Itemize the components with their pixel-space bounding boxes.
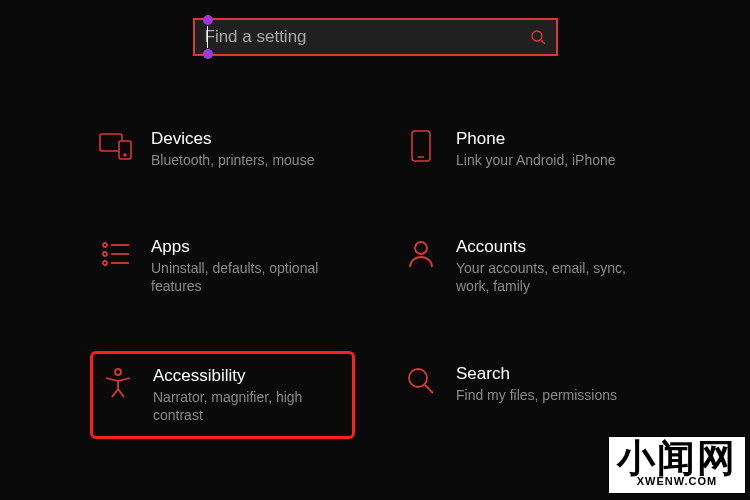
tile-title: Apps (151, 237, 346, 257)
accessibility-icon (101, 366, 135, 400)
tile-title: Devices (151, 129, 346, 149)
svg-point-15 (409, 369, 427, 387)
tile-text: Phone Link your Android, iPhone (456, 129, 651, 169)
svg-point-9 (103, 252, 107, 256)
tile-title: Phone (456, 129, 651, 149)
svg-point-14 (115, 369, 121, 375)
search-input[interactable] (205, 27, 530, 47)
selection-handle-top (203, 15, 213, 25)
tile-text: Search Find my files, permissions (456, 364, 651, 404)
svg-point-13 (415, 242, 427, 254)
tile-text: Apps Uninstall, defaults, optional featu… (151, 237, 346, 295)
svg-point-11 (103, 261, 107, 265)
apps-icon (99, 237, 133, 271)
tile-accessibility[interactable]: Accessibility Narrator, magnifier, high … (90, 351, 355, 439)
search-bar-container (0, 0, 750, 56)
tile-phone[interactable]: Phone Link your Android, iPhone (395, 116, 660, 182)
watermark-main: 小闻网 (617, 439, 737, 477)
tile-text: Accounts Your accounts, email, sync, wor… (456, 237, 651, 295)
search-icon[interactable] (530, 29, 546, 45)
svg-point-0 (532, 31, 542, 41)
tile-subtitle: Link your Android, iPhone (456, 151, 651, 169)
tile-subtitle: Narrator, magnifier, high contrast (153, 388, 344, 424)
svg-line-1 (541, 40, 545, 44)
watermark: 小闻网 XWENW.COM (608, 436, 746, 494)
search-box[interactable] (193, 18, 558, 56)
svg-point-4 (124, 154, 126, 156)
devices-icon (99, 129, 133, 163)
tile-apps[interactable]: Apps Uninstall, defaults, optional featu… (90, 224, 355, 308)
tile-accounts[interactable]: Accounts Your accounts, email, sync, wor… (395, 224, 660, 308)
tile-text: Devices Bluetooth, printers, mouse (151, 129, 346, 169)
tile-text: Accessibility Narrator, magnifier, high … (153, 366, 344, 424)
tile-subtitle: Bluetooth, printers, mouse (151, 151, 346, 169)
svg-line-16 (425, 385, 433, 393)
tile-title: Search (456, 364, 651, 384)
text-cursor (207, 26, 208, 48)
search-tile-icon (404, 364, 438, 398)
tile-devices[interactable]: Devices Bluetooth, printers, mouse (90, 116, 355, 182)
tile-subtitle: Your accounts, email, sync, work, family (456, 259, 651, 295)
selection-handle-bottom (203, 49, 213, 59)
settings-grid: Devices Bluetooth, printers, mouse Phone… (0, 56, 750, 439)
accounts-icon (404, 237, 438, 271)
tile-title: Accessibility (153, 366, 344, 386)
tile-subtitle: Uninstall, defaults, optional features (151, 259, 346, 295)
tile-search[interactable]: Search Find my files, permissions (395, 351, 660, 439)
phone-icon (404, 129, 438, 163)
svg-point-7 (103, 243, 107, 247)
tile-subtitle: Find my files, permissions (456, 386, 651, 404)
tile-title: Accounts (456, 237, 651, 257)
